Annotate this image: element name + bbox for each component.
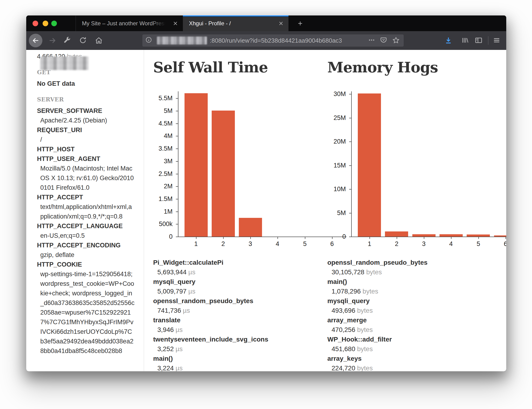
y-tick-label: 1M bbox=[140, 208, 173, 215]
value-number: 3,252 bbox=[157, 345, 176, 353]
value-unit: bytes bbox=[366, 269, 382, 276]
memory-function-list: openssl_random_pseudo_bytes30,105,728 by… bbox=[327, 258, 428, 371]
function-name: translate bbox=[153, 315, 268, 325]
forward-icon[interactable] bbox=[48, 36, 57, 45]
y-tick-label: 2M bbox=[140, 182, 173, 190]
function-value: 30,105,728 bytes bbox=[331, 267, 428, 277]
y-tick-mark bbox=[176, 123, 178, 124]
y-tick-label: 30M bbox=[313, 90, 346, 98]
sidebar-toggle-icon[interactable] bbox=[475, 36, 483, 45]
function-name: mysqli_query bbox=[327, 296, 428, 306]
function-name: mysqli_query bbox=[153, 277, 268, 287]
hamburger-menu-icon[interactable] bbox=[493, 36, 501, 45]
tab-my-site[interactable]: My Site – Just another WordPress si bbox=[76, 16, 183, 31]
x-tick-mark bbox=[277, 237, 278, 239]
tab-xhgui-profile[interactable]: Xhgui - Profile - / bbox=[183, 16, 288, 31]
bar[interactable] bbox=[358, 93, 381, 237]
bar[interactable] bbox=[467, 234, 490, 237]
y-tick-label: 3.5M bbox=[140, 145, 173, 152]
y-tick-label: 20M bbox=[313, 138, 346, 146]
tab-title-fade bbox=[152, 16, 168, 31]
bookmark-star-icon[interactable] bbox=[392, 36, 400, 45]
close-icon[interactable] bbox=[168, 16, 183, 31]
y-tick-mark bbox=[176, 186, 178, 187]
x-tick-mark bbox=[478, 237, 479, 239]
y-tick-mark bbox=[176, 149, 178, 149]
x-tick-label: 3 bbox=[243, 240, 258, 248]
value-unit: bytes bbox=[357, 326, 373, 333]
y-tick-mark bbox=[349, 189, 351, 189]
page-actions-ellipsis-icon[interactable] bbox=[368, 37, 376, 45]
value-unit: bytes bbox=[357, 345, 373, 353]
window-zoom-button[interactable] bbox=[51, 21, 57, 26]
y-tick-mark bbox=[176, 136, 178, 136]
window-minimize-button[interactable] bbox=[43, 21, 48, 26]
function-name: array_merge bbox=[327, 315, 428, 325]
download-icon[interactable] bbox=[444, 36, 453, 45]
y-tick-mark bbox=[176, 161, 178, 162]
bar[interactable] bbox=[184, 93, 208, 237]
y-tick-mark bbox=[349, 237, 351, 237]
y-tick-mark bbox=[176, 212, 178, 212]
value-number: 3,946 bbox=[157, 326, 176, 333]
function-value: 224,720 bytes bbox=[331, 363, 428, 371]
x-tick-label: 5 bbox=[297, 240, 312, 248]
function-name: array_keys bbox=[327, 354, 428, 363]
y-tick-mark bbox=[176, 237, 178, 237]
y-tick-label: 1.5M bbox=[140, 195, 173, 203]
x-tick-mark bbox=[397, 237, 397, 239]
y-tick-label: 15M bbox=[313, 161, 346, 169]
window-close-button[interactable] bbox=[33, 21, 38, 26]
y-axis-line bbox=[178, 91, 178, 237]
y-tick-mark bbox=[349, 94, 351, 94]
function-value: 451,680 bytes bbox=[331, 344, 428, 354]
reload-icon[interactable] bbox=[79, 36, 87, 45]
value-number: 1,078,296 bbox=[331, 288, 362, 295]
value-number: 5,693,944 bbox=[157, 269, 188, 276]
y-tick-mark bbox=[349, 141, 351, 142]
value-unit: µs bbox=[176, 364, 183, 371]
bar[interactable] bbox=[440, 234, 463, 237]
home-icon[interactable] bbox=[95, 36, 103, 45]
y-tick-label: 5M bbox=[140, 107, 173, 115]
x-tick-mark bbox=[424, 237, 424, 239]
y-tick-label: 0 bbox=[313, 232, 346, 241]
bar[interactable] bbox=[385, 232, 408, 237]
bar[interactable] bbox=[212, 111, 235, 237]
function-name: openssl_random_pseudo_bytes bbox=[327, 258, 428, 267]
navigation-toolbar: :8080/run/view?id=5b238d84421aa9004b680a… bbox=[26, 31, 506, 50]
back-button[interactable] bbox=[29, 34, 42, 47]
x-tick-label: 4 bbox=[443, 240, 459, 248]
x-tick-mark bbox=[369, 237, 370, 239]
wrench-icon[interactable] bbox=[64, 36, 72, 45]
function-value: 493,696 bytes bbox=[331, 306, 428, 315]
value-unit: µs bbox=[183, 307, 190, 314]
function-name: openssl_random_pseudo_bytes bbox=[153, 296, 268, 306]
x-tick-label: 6 bbox=[498, 240, 506, 248]
bar[interactable] bbox=[239, 218, 262, 237]
browser-window: My Site – Just another WordPress si Xhgu… bbox=[26, 16, 506, 371]
x-tick-mark bbox=[505, 237, 506, 239]
x-tick-label: 5 bbox=[471, 240, 486, 248]
info-icon[interactable] bbox=[145, 36, 154, 45]
bar[interactable] bbox=[412, 234, 436, 237]
close-icon[interactable] bbox=[274, 16, 288, 31]
y-tick-mark bbox=[349, 118, 351, 118]
new-tab-button[interactable] bbox=[293, 16, 307, 31]
pocket-icon[interactable] bbox=[380, 36, 388, 45]
function-value: 741,736 µs bbox=[157, 306, 268, 315]
value-number: 224,720 bbox=[331, 364, 357, 371]
y-tick-label: 3M bbox=[140, 157, 173, 165]
function-value: 1,078,296 bytes bbox=[331, 287, 428, 296]
url-text: :8080/run/view?id=5b238d84421aa9004b680a… bbox=[210, 34, 342, 46]
x-tick-label: 6 bbox=[325, 240, 339, 248]
page-content: 4,666,120 bytes GET No GET data SERVER S… bbox=[26, 50, 506, 371]
y-tick-label: 2.5M bbox=[140, 170, 173, 178]
url-bar[interactable]: :8080/run/view?id=5b238d84421aa9004b680a… bbox=[142, 34, 404, 46]
library-icon[interactable] bbox=[461, 36, 469, 45]
x-tick-mark bbox=[250, 237, 251, 239]
y-tick-label: 4M bbox=[140, 132, 173, 140]
value-number: 470,256 bbox=[331, 326, 357, 333]
bar[interactable] bbox=[494, 235, 506, 237]
y-axis-line bbox=[351, 91, 352, 237]
